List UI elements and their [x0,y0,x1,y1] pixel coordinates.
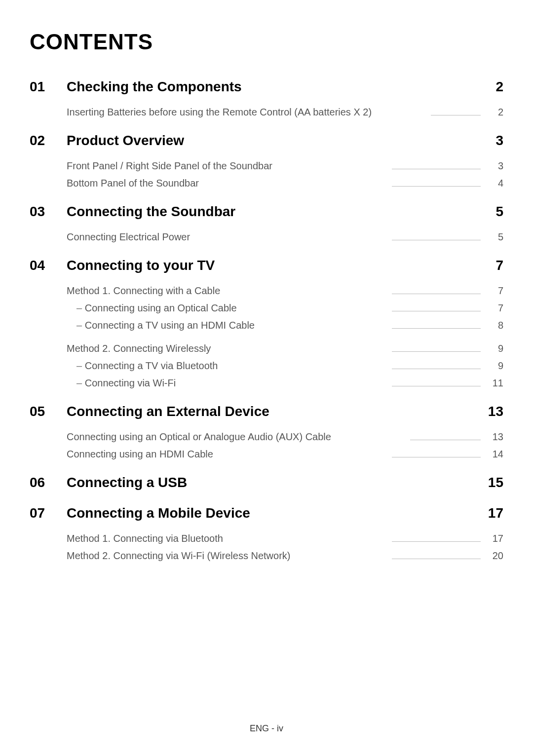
toc-leader [218,457,485,460]
toc-entry-label: Connecting Electrical Power [67,231,190,243]
toc-section-header[interactable]: 07Connecting a Mobile Device17 [30,505,503,521]
toc-entry[interactable]: Connecting a TV using an HDMI Cable8 [67,320,503,331]
toc-items: Connecting using an Optical or Analogue … [30,431,503,460]
section-page: 13 [484,404,503,419]
toc-entry-label: Bottom Panel of the Soundbar [67,178,199,189]
toc-entry-label: Connecting using an HDMI Cable [67,449,213,460]
toc-entry-label: Method 1. Connecting via Bluetooth [67,533,223,544]
section-title: Connecting the Soundbar [67,204,484,220]
toc-entry-page: 7 [490,302,503,314]
toc-section-header[interactable]: 02Product Overview3 [30,133,503,149]
toc-entry-label: Inserting Batteries before using the Rem… [67,107,372,118]
toc-entry[interactable]: Connecting Electrical Power5 [67,231,503,243]
toc-items: Connecting Electrical Power5 [30,231,503,243]
toc-section: 07Connecting a Mobile Device17Method 1. … [30,505,503,562]
toc-leader [228,541,485,544]
toc-section: 01Checking the Components2Inserting Batt… [30,79,503,118]
toc-entry-page: 3 [490,160,503,172]
section-title: Connecting a USB [67,475,484,491]
section-number: 05 [30,404,67,419]
section-number: 06 [30,475,67,491]
toc-entry-page: 14 [490,449,503,460]
toc-leader [204,186,485,189]
toc-leader [195,240,485,243]
toc-gap [67,337,503,343]
toc-entry-label: Connecting via Wi-Fi [76,378,176,389]
toc-entry[interactable]: Method 2. Connecting Wirelessly9 [67,343,503,354]
toc-items: Inserting Batteries before using the Rem… [30,107,503,118]
toc-entry[interactable]: Connecting using an Optical Cable7 [67,302,503,314]
toc-section-header[interactable]: 06Connecting a USB15 [30,475,503,491]
toc-entry[interactable]: Method 1. Connecting via Bluetooth17 [67,533,503,544]
toc-entry-page: 11 [490,378,503,389]
toc-items: Method 1. Connecting with a Cable7Connec… [30,285,503,389]
section-title: Connecting to your TV [67,258,484,273]
section-number: 04 [30,258,67,273]
toc-leader [377,115,485,118]
section-title: Connecting a Mobile Device [67,505,484,521]
toc-entry-page: 17 [490,533,503,544]
section-title: Product Overview [67,133,484,149]
toc-entry-label: Connecting using an Optical Cable [76,302,237,314]
toc-items: Method 1. Connecting via Bluetooth17Meth… [30,533,503,562]
toc-section: 06Connecting a USB15 [30,475,503,491]
toc-entry-page: 8 [490,320,503,331]
toc-entry[interactable]: Connecting using an Optical or Analogue … [67,431,503,443]
toc-section-header[interactable]: 01Checking the Components2 [30,79,503,95]
toc-entry-page: 9 [490,343,503,354]
toc-entry[interactable]: Connecting via Wi-Fi11 [67,378,503,389]
section-number: 03 [30,204,67,220]
toc-entry-page: 9 [490,360,503,372]
toc-entry[interactable]: Method 2. Connecting via Wi-Fi (Wireless… [67,550,503,562]
toc-section: 02Product Overview3Front Panel / Right S… [30,133,503,189]
section-number: 01 [30,79,67,95]
toc-entry[interactable]: Bottom Panel of the Soundbar4 [67,178,503,189]
section-title: Connecting an External Device [67,404,484,419]
toc-entry-page: 20 [490,550,503,562]
toc-leader [260,328,485,331]
toc-entry[interactable]: Connecting a TV via Bluetooth9 [67,360,503,372]
toc-leader [336,440,485,443]
toc-entry-label: Connecting a TV via Bluetooth [76,360,218,372]
toc-leader [277,169,485,172]
toc-items: Front Panel / Right Side Panel of the So… [30,160,503,189]
toc-leader [225,294,485,297]
section-page: 5 [484,204,503,220]
toc-entry-page: 7 [490,285,503,297]
toc-entry-label: Front Panel / Right Side Panel of the So… [67,160,272,172]
toc-entry[interactable]: Inserting Batteries before using the Rem… [67,107,503,118]
toc-entry-page: 13 [490,431,503,443]
toc-section: 05Connecting an External Device13Connect… [30,404,503,460]
toc-entry[interactable]: Front Panel / Right Side Panel of the So… [67,160,503,172]
page-footer: ENG - iv [0,723,533,734]
toc-entry[interactable]: Connecting using an HDMI Cable14 [67,449,503,460]
section-page: 3 [484,133,503,149]
toc-section-header[interactable]: 03Connecting the Soundbar5 [30,204,503,220]
toc-entry-page: 5 [490,231,503,243]
toc-leader [242,311,485,314]
toc-entry-page: 4 [490,178,503,189]
toc-section: 03Connecting the Soundbar5Connecting Ele… [30,204,503,243]
toc-leader [223,369,485,372]
toc-entry[interactable]: Method 1. Connecting with a Cable7 [67,285,503,297]
section-page: 2 [484,79,503,95]
toc-entry-label: Method 1. Connecting with a Cable [67,285,220,297]
toc-entry-label: Method 2. Connecting via Wi-Fi (Wireless… [67,550,290,562]
toc-section-header[interactable]: 04Connecting to your TV7 [30,258,503,273]
toc-leader [295,559,485,562]
section-page: 15 [484,475,503,491]
section-number: 07 [30,505,67,521]
toc-section-header[interactable]: 05Connecting an External Device13 [30,404,503,419]
toc-leader [181,386,485,389]
toc-entry-page: 2 [490,107,503,118]
section-title: Checking the Components [67,79,484,95]
toc-entry-label: Connecting using an Optical or Analogue … [67,431,331,443]
section-page: 7 [484,258,503,273]
toc-leader [216,351,485,354]
toc-section: 04Connecting to your TV7Method 1. Connec… [30,258,503,389]
table-of-contents: 01Checking the Components2Inserting Batt… [30,79,503,562]
toc-entry-label: Method 2. Connecting Wirelessly [67,343,211,354]
page-title: CONTENTS [30,30,503,54]
section-number: 02 [30,133,67,149]
toc-entry-label: Connecting a TV using an HDMI Cable [76,320,255,331]
